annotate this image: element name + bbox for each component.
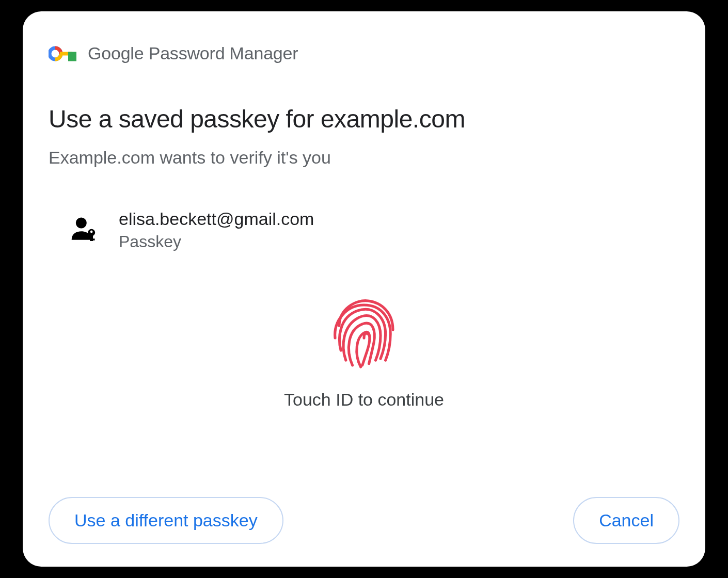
svg-point-5 xyxy=(90,231,93,233)
dialog-subtitle: Example.com wants to verify it's you xyxy=(49,148,679,168)
svg-rect-7 xyxy=(90,238,94,240)
person-key-icon xyxy=(69,216,98,245)
button-row: Use a different passkey Cancel xyxy=(49,497,679,544)
touch-id-prompt[interactable]: Touch ID to continue xyxy=(49,293,679,410)
account-row: elisa.beckett@gmail.com Passkey xyxy=(49,209,679,251)
fingerprint-icon xyxy=(323,293,405,375)
brand-name: Google xyxy=(88,43,144,63)
cancel-button[interactable]: Cancel xyxy=(573,497,679,544)
svg-point-3 xyxy=(76,218,87,229)
dialog-title: Use a saved passkey for example.com xyxy=(49,105,679,133)
header-title: Google Password Manager xyxy=(88,43,298,63)
account-type: Passkey xyxy=(119,232,314,251)
svg-rect-2 xyxy=(68,52,76,61)
account-email: elisa.beckett@gmail.com xyxy=(119,209,314,229)
dialog-header: Google Password Manager xyxy=(49,43,679,63)
account-info: elisa.beckett@gmail.com Passkey xyxy=(119,209,314,251)
use-different-passkey-button[interactable]: Use a different passkey xyxy=(49,497,283,544)
touch-id-label: Touch ID to continue xyxy=(49,390,679,410)
product-name: Password Manager xyxy=(149,43,298,63)
passkey-dialog: Google Password Manager Use a saved pass… xyxy=(23,11,705,567)
password-manager-key-icon xyxy=(49,44,76,63)
